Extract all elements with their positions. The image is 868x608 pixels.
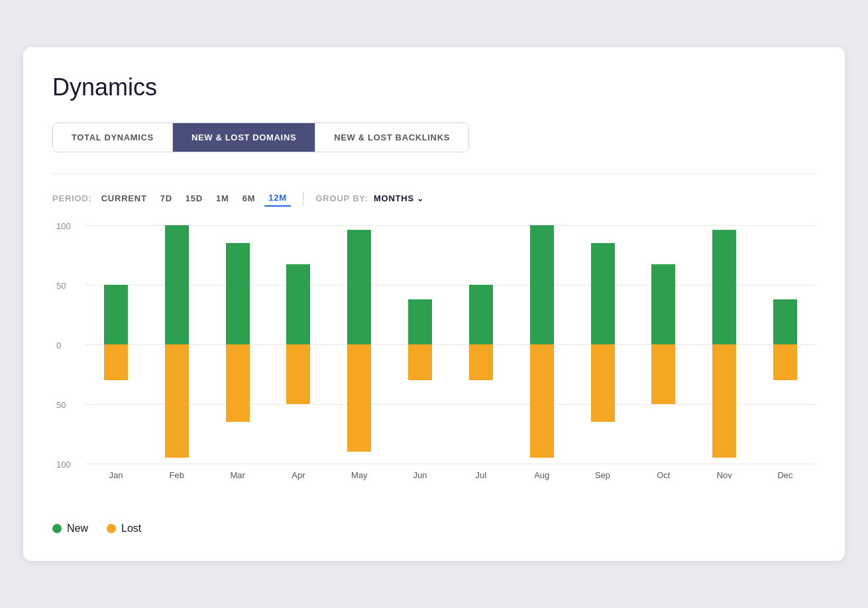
period-6m[interactable]: 6M [239, 191, 260, 206]
x-label-nov: Nov [694, 464, 755, 480]
bar-new-oct [651, 264, 675, 344]
group-by: GROUP BY: MONTHS ⌄ [315, 193, 423, 203]
bar-new-aug [530, 225, 554, 344]
legend-new-label: New [67, 523, 88, 534]
x-label-sep: Sep [572, 464, 633, 480]
bars-wrapper [85, 225, 816, 464]
bar-group-jul [451, 225, 512, 464]
bar-group-may [329, 225, 390, 464]
page-title: Dynamics [52, 74, 816, 101]
chart-grid: 100 50 0 50 100 [85, 225, 816, 464]
bar-lost-jun [408, 344, 432, 380]
tab-new-lost-domains[interactable]: NEW & LOST DOMAINS [173, 123, 315, 152]
x-label-feb: Feb [146, 464, 207, 480]
bar-group-apr [268, 225, 329, 464]
bar-lost-apr [286, 344, 310, 404]
x-label-dec: Dec [755, 464, 816, 480]
bar-group-jun [390, 225, 451, 464]
bar-new-apr [286, 264, 310, 344]
x-label-aug: Aug [512, 464, 572, 480]
x-labels: JanFebMarAprMayJunJulAugSepOctNovDec [85, 464, 816, 480]
bar-new-jun [408, 299, 432, 344]
x-label-oct: Oct [633, 464, 694, 480]
bar-group-aug [512, 225, 572, 464]
bar-new-jul [469, 285, 493, 344]
period-label: PERIOD: [52, 193, 92, 203]
legend: New Lost [52, 523, 816, 534]
x-label-may: May [329, 464, 390, 480]
bar-group-dec [755, 225, 816, 464]
bar-new-sep [591, 243, 615, 344]
period-12m[interactable]: 12M [264, 190, 291, 207]
x-label-jan: Jan [85, 464, 146, 480]
group-by-value[interactable]: MONTHS ⌄ [374, 193, 424, 203]
bar-group-oct [633, 225, 694, 464]
period-current[interactable]: CURRENT [97, 191, 151, 206]
bar-lost-jan [104, 344, 128, 380]
bar-lost-nov [712, 344, 736, 458]
x-label-jun: Jun [390, 464, 451, 480]
bar-new-jan [104, 285, 128, 344]
bar-group-feb [146, 225, 207, 464]
bar-new-may [347, 230, 371, 344]
period-row: PERIOD: CURRENT 7D 15D 1M 6M 12M GROUP B… [52, 190, 816, 207]
chart-area: 100 50 0 50 100 JanFebMarAprMayJunJulAug… [52, 225, 816, 507]
period-divider [303, 191, 304, 206]
bar-lost-may [347, 344, 371, 452]
section-divider [52, 174, 816, 174]
bar-new-mar [226, 243, 250, 344]
legend-new-dot [52, 524, 62, 533]
bar-new-nov [712, 230, 736, 344]
bar-lost-oct [651, 344, 675, 404]
legend-new: New [52, 523, 88, 534]
legend-lost-dot [107, 524, 116, 533]
bar-group-sep [572, 225, 633, 464]
bar-new-dec [773, 299, 797, 344]
x-label-apr: Apr [268, 464, 329, 480]
x-label-jul: Jul [451, 464, 512, 480]
group-by-label: GROUP BY: [315, 193, 368, 203]
legend-lost-label: Lost [121, 523, 141, 534]
main-card: Dynamics TOTAL DYNAMICS NEW & LOST DOMAI… [23, 47, 845, 561]
period-15d[interactable]: 15D [182, 191, 207, 206]
chevron-down-icon: ⌄ [417, 194, 424, 203]
legend-lost: Lost [107, 523, 141, 534]
bar-group-mar [207, 225, 268, 464]
x-label-mar: Mar [207, 464, 268, 480]
grid-line-neg100: 100 [85, 464, 816, 464]
bar-group-jan [85, 225, 146, 464]
bar-new-feb [165, 225, 189, 344]
tab-total-dynamics[interactable]: TOTAL DYNAMICS [53, 123, 173, 152]
bar-lost-aug [530, 344, 554, 458]
bar-lost-mar [226, 344, 250, 422]
bar-group-nov [694, 225, 755, 464]
bar-lost-feb [165, 344, 189, 458]
tab-new-lost-backlinks[interactable]: NEW & LOST BACKLINKS [315, 123, 468, 152]
bar-lost-jul [469, 344, 493, 380]
period-7d[interactable]: 7D [156, 191, 176, 206]
bar-lost-dec [773, 344, 797, 380]
period-1m[interactable]: 1M [212, 191, 233, 206]
bar-lost-sep [591, 344, 615, 422]
tabs-container: TOTAL DYNAMICS NEW & LOST DOMAINS NEW & … [52, 123, 469, 152]
